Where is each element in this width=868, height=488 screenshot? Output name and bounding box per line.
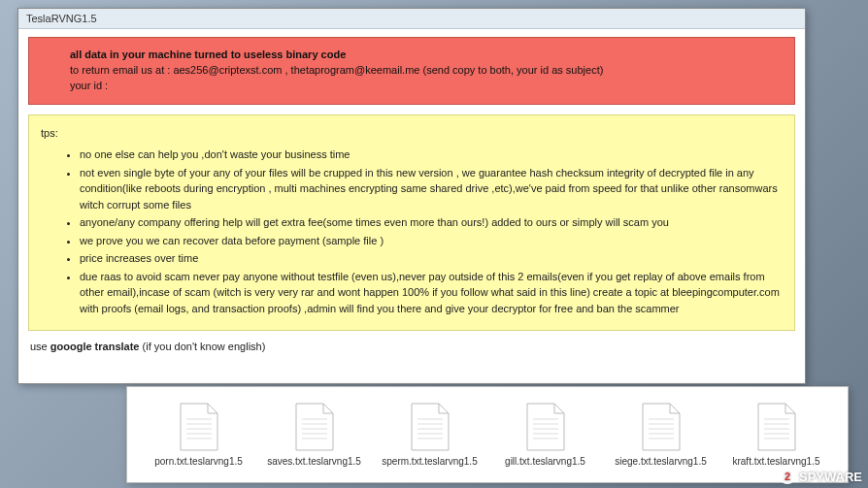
file-name: sperm.txt.teslarvng1.5 — [382, 456, 477, 468]
alert-headline: all data in your machine turned to usele… — [70, 49, 346, 60]
file-name: kraft.txt.teslarvng1.5 — [732, 456, 819, 468]
translate-suffix: (if you don't know english) — [139, 341, 265, 352]
watermark-number: 2 — [780, 469, 795, 484]
ransom-note-window: TeslaRVNG1.5 all data in your machine tu… — [17, 8, 806, 384]
tips-item: no one else can help you ,don't waste yo… — [80, 146, 783, 163]
tips-list: no one else can help you ,don't waste yo… — [41, 146, 783, 316]
file-item[interactable]: saves.txt.teslarvng1.5 — [266, 402, 363, 468]
window-content[interactable]: all data in your machine turned to usele… — [18, 29, 805, 383]
file-icon — [523, 402, 568, 452]
file-item[interactable]: kraft.txt.teslarvng1.5 — [728, 402, 825, 468]
file-name: porn.txt.teslarvng1.5 — [154, 456, 243, 468]
file-icon — [408, 402, 452, 452]
file-item[interactable]: sperm.txt.teslarvng1.5 — [382, 402, 479, 468]
alert-line2: to return email us at : aes256@criptexst… — [70, 64, 603, 76]
encrypted-files-panel: porn.txt.teslarvng1.5 saves.txt.teslarvn… — [126, 386, 849, 483]
watermark: 2 SPYWARE — [780, 469, 862, 484]
file-icon — [292, 402, 337, 452]
window-titlebar: TeslaRVNG1.5 — [18, 9, 805, 29]
file-icon — [754, 402, 799, 452]
file-icon — [639, 402, 684, 452]
window-title: TeslaRVNG1.5 — [26, 13, 97, 24]
tips-label: tps: — [41, 125, 783, 142]
file-item[interactable]: siege.txt.teslarvng1.5 — [613, 402, 710, 468]
tips-item: due raas to avoid scam never pay anyone … — [80, 269, 783, 317]
tips-item: we prove you we can recover data before … — [80, 233, 783, 249]
file-item[interactable]: porn.txt.teslarvng1.5 — [150, 402, 248, 468]
tips-item: anyone/any company offering help will ge… — [80, 214, 783, 231]
file-item[interactable]: gill.txt.teslarvng1.5 — [497, 402, 594, 468]
translate-prefix: use — [30, 341, 50, 352]
file-name: saves.txt.teslarvng1.5 — [267, 456, 361, 468]
tips-item: price increases over time — [80, 250, 783, 267]
tips-item: not even single byte of your any of your… — [80, 165, 783, 213]
file-name: gill.txt.teslarvng1.5 — [505, 456, 585, 468]
file-icon — [177, 402, 221, 452]
alert-line3: your id : — [70, 80, 108, 91]
watermark-text: SPYWARE — [799, 470, 862, 484]
file-name: siege.txt.teslarvng1.5 — [615, 456, 707, 468]
tips-panel: tps: no one else can help you ,don't was… — [28, 114, 795, 332]
translate-note: use gooogle translate (if you don't know… — [30, 341, 793, 352]
alert-banner: all data in your machine turned to usele… — [28, 37, 795, 105]
translate-bold: gooogle translate — [50, 341, 140, 352]
